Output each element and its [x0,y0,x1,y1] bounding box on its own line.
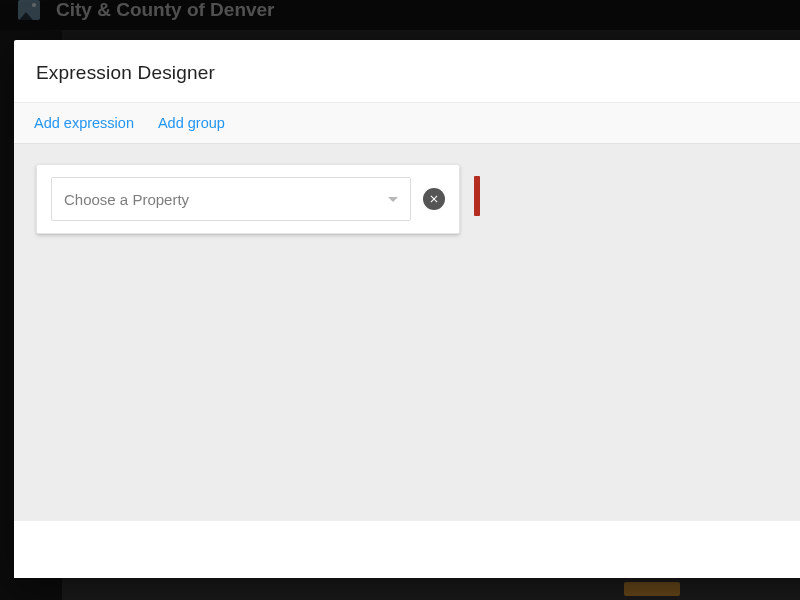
drop-indicator [474,176,480,216]
chevron-down-icon [388,197,398,202]
close-icon [428,193,440,205]
remove-expression-button[interactable] [423,188,445,210]
add-group-button[interactable]: Add group [158,115,225,131]
dialog-footer [14,520,800,578]
add-expression-button[interactable]: Add expression [34,115,134,131]
dialog-toolbar: Add expression Add group [14,102,800,144]
expression-card: Choose a Property [36,164,460,234]
property-select[interactable]: Choose a Property [51,177,411,221]
dialog-title: Expression Designer [14,40,800,102]
expression-designer-dialog: Expression Designer Add expression Add g… [14,40,800,578]
dialog-body: Choose a Property [14,144,800,520]
property-select-placeholder: Choose a Property [64,191,189,208]
